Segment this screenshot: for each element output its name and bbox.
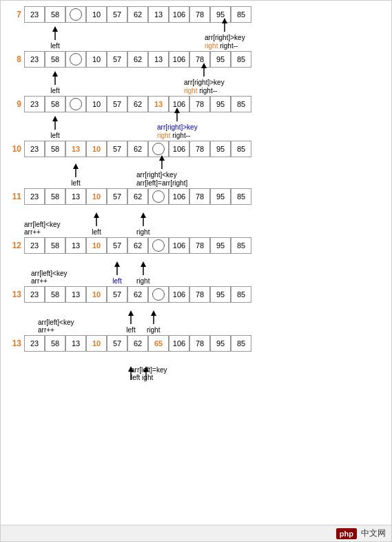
svg-marker-23 <box>141 261 146 267</box>
cell: 57 <box>107 6 127 23</box>
row-num-10: 10 <box>8 144 21 154</box>
left-annotation-top-13: arr[left]<key <box>38 319 74 326</box>
cell: 10 <box>86 335 107 352</box>
cell: 65 <box>148 335 169 352</box>
cell <box>65 51 86 68</box>
cell: 13 <box>148 6 169 23</box>
cell: 95 <box>210 286 231 303</box>
annotation-10: left arr[right]<key arr[left]=arr[right] <box>24 158 384 187</box>
left-label-10: left <box>71 179 80 187</box>
cell: 62 <box>127 335 148 352</box>
cell: 10 <box>86 51 107 68</box>
right-sublabel-8: right right-- <box>184 87 217 94</box>
right-label-10: arr[right]<key <box>136 171 177 179</box>
row-block-13-final: 13 23 58 13 10 57 62 65 106 78 95 85 <box>8 335 384 381</box>
cell: 58 <box>45 51 65 68</box>
row-num-9: 9 <box>8 99 21 109</box>
cell: 13 <box>65 335 86 352</box>
cell: 85 <box>231 188 251 205</box>
cell: 78 <box>189 286 210 303</box>
right-label-9: arr[right]>key <box>157 123 198 131</box>
array-cells-13: 23 58 13 10 57 62 106 78 95 85 <box>24 286 251 303</box>
cell: 106 <box>169 335 189 352</box>
annotation-8: left arr[right]>key right right-- <box>24 68 384 94</box>
cell: 78 <box>189 188 210 205</box>
svg-marker-5 <box>52 71 58 77</box>
left-label-11: left <box>92 228 101 236</box>
row-block-8: 8 23 58 10 57 62 13 106 78 95 85 left <box>8 51 384 94</box>
annotation-11: arr[left]<key arr++ left right <box>24 205 384 236</box>
left-arrow-12: left <box>112 261 122 285</box>
cell: 58 <box>45 6 65 23</box>
cell <box>65 96 86 112</box>
right-arrow-9: arr[right]>key right right-- <box>157 108 198 139</box>
svg-marker-17 <box>94 212 99 218</box>
cell: 58 <box>45 335 65 352</box>
cell: 78 <box>189 141 210 157</box>
cell: 13 <box>65 188 86 205</box>
cell: 95 <box>210 188 231 205</box>
right-label-12: right <box>136 277 149 285</box>
cell: 62 <box>127 237 148 254</box>
left-arrow-13: left <box>126 310 136 334</box>
right-label-11: right <box>136 228 149 236</box>
cell: 13 <box>65 286 86 303</box>
left-label-13: left <box>126 326 135 334</box>
right-arrow-13: right <box>147 310 160 334</box>
left-arrow-7: left <box>50 26 60 50</box>
right-label-13: right <box>147 326 160 334</box>
cell: 78 <box>189 237 210 254</box>
svg-marker-21 <box>114 261 120 267</box>
cell: 23 <box>24 96 45 112</box>
row-block-12: 12 23 58 13 10 57 62 106 78 95 85 arr[le… <box>8 237 384 285</box>
row-block-13: 13 23 58 13 10 57 62 106 78 95 85 arr[le… <box>8 286 384 334</box>
cell: 57 <box>107 188 127 205</box>
left-arrow-8: left <box>50 71 60 94</box>
right-arrow-8: arr[right]>key right right-- <box>184 63 225 94</box>
right-arrow-7: arr[right]>key right right-- <box>205 18 245 50</box>
row-block-9: 9 23 58 10 57 62 13 106 78 95 85 left <box>8 96 384 139</box>
svg-marker-19 <box>141 212 146 218</box>
svg-marker-15 <box>159 155 165 161</box>
row-block-11: 11 23 58 13 10 57 62 106 78 95 85 arr[le… <box>8 188 384 236</box>
right-arrow-11: right <box>136 212 149 236</box>
row-block-10: 10 23 58 13 10 57 62 106 78 95 85 left <box>8 141 384 187</box>
annotation-13-final: arr[left]=key left ight <box>24 352 384 381</box>
left-arrow-11: left <box>92 212 101 236</box>
cell: 57 <box>107 96 127 112</box>
cell: 58 <box>45 237 65 254</box>
cell: 95 <box>210 237 231 254</box>
svg-marker-1 <box>52 26 58 32</box>
cell: 10 <box>86 237 107 254</box>
cell: 10 <box>86 96 107 112</box>
cell: 62 <box>127 286 148 303</box>
array-row-10: 10 23 58 13 10 57 62 106 78 95 85 <box>8 141 384 157</box>
right-label-8: arr[right]>key <box>184 79 225 86</box>
cell: 23 <box>24 188 45 205</box>
cell: 95 <box>210 141 231 157</box>
cell: 106 <box>169 237 189 254</box>
array-row-13-final: 13 23 58 13 10 57 62 65 106 78 95 85 <box>8 335 384 352</box>
row-num-13-final: 13 <box>8 339 21 348</box>
cell: 106 <box>169 188 189 205</box>
cell: 95 <box>210 335 231 352</box>
cell: 13 <box>65 237 86 254</box>
svg-marker-3 <box>222 18 227 23</box>
annotation-7: left arr[right]>key right right-- <box>24 23 384 50</box>
svg-marker-7 <box>201 63 207 68</box>
cell: 85 <box>231 141 251 157</box>
array-row-7: 7 23 58 10 57 62 13 106 78 95 85 <box>8 6 384 23</box>
cell: 23 <box>24 237 45 254</box>
cell <box>65 6 86 23</box>
left-annotation-bot-12: arr++ <box>31 277 48 285</box>
right-sublabel-9: right right-- <box>157 132 190 139</box>
svg-marker-9 <box>52 116 58 121</box>
left-label-7: left <box>50 42 59 50</box>
cell: 10 <box>86 141 107 157</box>
left-label-9: left <box>50 132 59 139</box>
array-cells-12: 23 58 13 10 57 62 106 78 95 85 <box>24 237 251 254</box>
left-arrow-10: left <box>71 163 81 187</box>
cell: 106 <box>169 286 189 303</box>
svg-marker-11 <box>174 108 180 113</box>
final-labels: left ight <box>131 374 153 381</box>
